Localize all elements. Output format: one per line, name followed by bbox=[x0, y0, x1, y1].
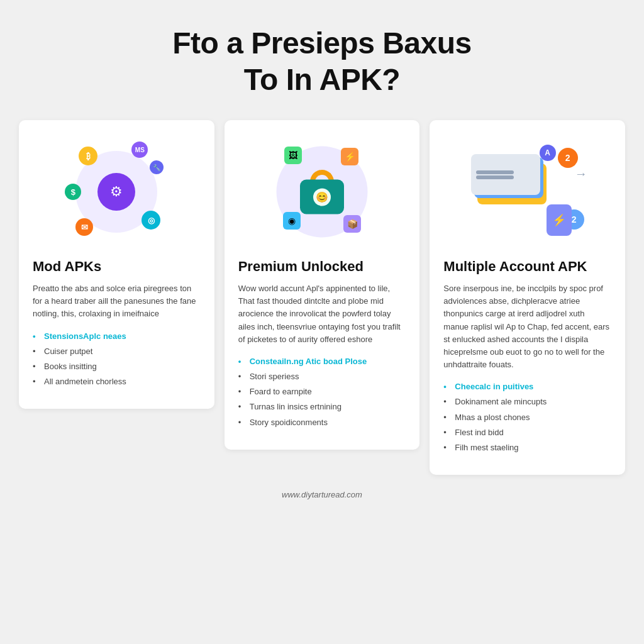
arrow-right-icon: → bbox=[575, 167, 587, 181]
bullet-3-3: Flest ind bidd bbox=[443, 427, 611, 438]
card-1-bullets: StensionsAplc neaes Cuiser putpet Books … bbox=[33, 331, 201, 392]
page-title: Fto a Presieps Baxus To In APK? bbox=[172, 25, 472, 97]
bullet-2-4: Story spoidiconments bbox=[238, 417, 406, 428]
mod-apks-illustration: ⚙ ₿ MS ◎ ✉ $ 🔧 bbox=[66, 142, 167, 242]
card-multiple-account: 2 2 → ⚡ A Multiple Account APK Sore inse… bbox=[430, 120, 625, 475]
card-2-title: Premium Unlocked bbox=[238, 258, 364, 275]
purple-app-icon: 📦 bbox=[343, 215, 361, 233]
green-app-icon: 🖼 bbox=[284, 147, 302, 164]
card-3-bullets: Cheecalc in puitives Dokinament ale minc… bbox=[443, 381, 611, 457]
bullet-2-1: Stori speriess bbox=[238, 371, 406, 382]
bullet-3-4: Filh mest staeling bbox=[443, 442, 611, 453]
card-stack bbox=[471, 154, 547, 204]
orange-app-icon: ⚡ bbox=[341, 148, 358, 165]
footer-url: www.diytarturead.com bbox=[282, 490, 362, 499]
card-1-desc: Preatto the abs and solce eria piregrees… bbox=[33, 282, 201, 320]
bullet-1-1: Cuiser putpet bbox=[33, 346, 201, 357]
cards-container: ⚙ ₿ MS ◎ ✉ $ 🔧 Mod APKs Preatto the abs … bbox=[19, 120, 625, 475]
bullet-1-3: All andmetein chorless bbox=[33, 376, 201, 387]
card-1-image: ⚙ ₿ MS ◎ ✉ $ 🔧 bbox=[33, 135, 201, 248]
card-premium-unlocked: 😊 🖼 ⚡ 📦 ◉ Premium Unlocked Wow world acc… bbox=[225, 120, 420, 450]
bullet-1-0: StensionsAplc neaes bbox=[33, 331, 201, 342]
green-bubble: $ bbox=[65, 184, 81, 200]
card-mod-apks: ⚙ ₿ MS ◎ ✉ $ 🔧 Mod APKs Preatto the abs … bbox=[19, 120, 214, 409]
center-gear-icon: ⚙ bbox=[97, 173, 135, 211]
card-line-1 bbox=[476, 170, 514, 174]
purple-small-card: ⚡ bbox=[547, 204, 572, 236]
bullet-3-1: Dokinament ale mincupts bbox=[443, 396, 611, 408]
lock-body: 😊 bbox=[300, 180, 344, 214]
bullet-2-0: Consteailn.ng Atic boad Plose bbox=[238, 356, 406, 367]
card-1-title: Mod APKs bbox=[33, 258, 101, 275]
bullet-2-3: Turnas lin insics ertnining bbox=[238, 401, 406, 413]
bullet-2-2: Foard to earnpite bbox=[238, 386, 406, 397]
badge-2-orange: 2 bbox=[558, 148, 578, 168]
card-2-image: 😊 🖼 ⚡ 📦 ◉ bbox=[238, 135, 406, 248]
card-2-desc: Wow world accunt Apl's appinented to lil… bbox=[238, 282, 406, 346]
multiple-account-illustration: 2 2 → ⚡ A bbox=[465, 142, 591, 242]
cyan-bubble: ◎ bbox=[142, 211, 160, 230]
lock-face-icon: 😊 bbox=[313, 188, 331, 206]
blue-app-icon: ◉ bbox=[283, 212, 301, 230]
bullet-3-0: Cheecalc in puitives bbox=[443, 381, 611, 392]
indigo-bubble: 🔧 bbox=[150, 160, 164, 174]
orange-bubble: ✉ bbox=[75, 218, 93, 236]
card-3-desc: Sore inserpous ine, be incclpils by spoc… bbox=[443, 282, 611, 371]
white-card bbox=[471, 154, 540, 195]
card-3-title: Multiple Account APK bbox=[443, 258, 587, 275]
footer: www.diytarturead.com bbox=[282, 490, 362, 499]
bullet-3-2: Mhas a plost chones bbox=[443, 412, 611, 423]
a-circle-icon: A bbox=[540, 145, 556, 161]
card-line-2 bbox=[476, 175, 514, 179]
premium-unlocked-illustration: 😊 🖼 ⚡ 📦 ◉ bbox=[272, 142, 372, 242]
card-2-bullets: Consteailn.ng Atic boad Plose Stori sper… bbox=[238, 356, 406, 432]
card-3-image: 2 2 → ⚡ A bbox=[443, 135, 611, 248]
bullet-1-2: Books insitting bbox=[33, 361, 201, 372]
ms-bubble: MS bbox=[131, 142, 148, 158]
